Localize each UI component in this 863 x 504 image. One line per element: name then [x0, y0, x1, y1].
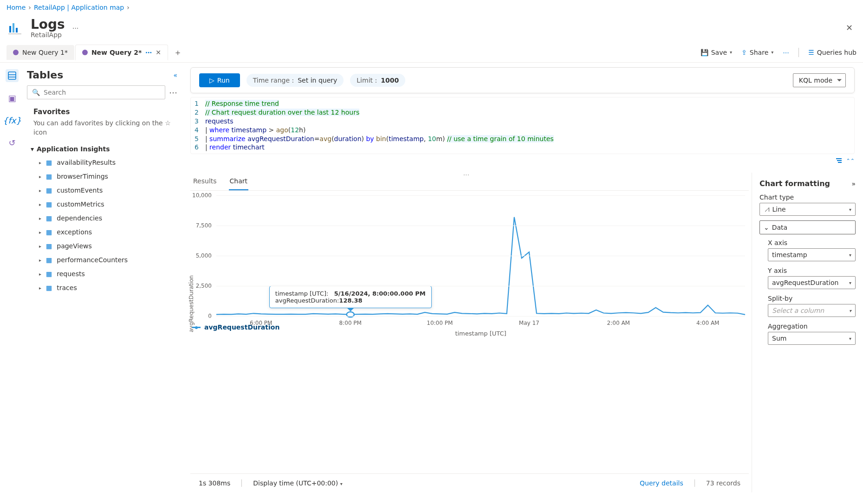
tab-chart[interactable]: Chart [229, 173, 248, 190]
x-axis-label: timestamp [UTC] [455, 316, 506, 337]
time-range-pill[interactable]: Time range : Set in query [247, 74, 344, 87]
tree-item-customEvents[interactable]: ▸▦customEvents [29, 183, 175, 197]
breadcrumb-home[interactable]: Home [6, 4, 26, 11]
tree-group-app-insights[interactable]: ▾ Application Insights [29, 142, 175, 155]
chevron-down-icon: ⌄ [764, 224, 769, 231]
tab-results[interactable]: Results [192, 173, 218, 190]
caret-right-icon: ▸ [39, 174, 41, 179]
caret-right-icon: ▸ [39, 230, 41, 235]
editor-gutter: 123456 [191, 99, 205, 152]
more-icon[interactable]: ⋯ [783, 49, 789, 56]
table-icon: ▦ [46, 270, 52, 278]
resize-grip[interactable]: ⋯ [463, 173, 471, 178]
search-input-wrapper[interactable]: 🔍 [27, 85, 165, 99]
tables-icon[interactable] [6, 69, 19, 82]
run-button[interactable]: ▷ Run [199, 73, 240, 87]
tab-query-1[interactable]: New Query 1* [6, 45, 74, 60]
bulb-icon [13, 50, 19, 55]
aggregation-label: Aggregation [768, 323, 856, 330]
xaxis-label: X axis [768, 239, 856, 246]
save-icon: 💾 [701, 49, 708, 56]
tab-query-2[interactable]: New Query 2* ⋯ ✕ [75, 45, 168, 60]
chart-type-label: Chart type [759, 194, 856, 201]
svg-rect-3 [8, 33, 21, 34]
chevron-down-icon: ▾ [849, 308, 851, 313]
separator [241, 479, 242, 487]
page-subtitle: RetailApp [31, 31, 65, 39]
close-icon[interactable]: ✕ [842, 19, 857, 36]
splitby-select[interactable]: Select a column▾ [768, 304, 856, 317]
more-icon[interactable]: ⋯ [169, 88, 177, 97]
caret-right-icon: ▸ [39, 244, 41, 249]
display-time-selector[interactable]: Display time (UTC+00:00) ▾ [253, 479, 342, 487]
tables-panel: Tables « 🔍 ⋯ Favorites You can add favor… [24, 63, 182, 492]
splitby-label: Split-by [768, 295, 856, 302]
search-icon: 🔍 [32, 89, 40, 96]
caret-right-icon: ▸ [39, 271, 41, 277]
tab-close-icon[interactable]: ✕ [156, 49, 161, 56]
caret-down-icon: ▾ [31, 145, 34, 153]
chart-formatting-title: Chart formatting [759, 179, 830, 188]
add-tab-button[interactable]: ＋ [169, 44, 187, 61]
svg-rect-4 [8, 72, 16, 79]
history-icon[interactable]: ↺ [6, 136, 19, 149]
tree-item-exceptions[interactable]: ▸▦exceptions [29, 225, 175, 239]
tree-item-traces[interactable]: ▸▦traces [29, 281, 175, 295]
folder-icon[interactable]: ▣ [6, 91, 19, 104]
breadcrumb: Home › RetailApp | Application map › [0, 0, 863, 15]
queries-hub-button[interactable]: ☰ Queries hub [808, 49, 857, 56]
chart-type-select[interactable]: ⩘ Line ▾ [759, 203, 856, 216]
svg-rect-2 [16, 28, 18, 32]
tree-item-requests[interactable]: ▸▦requests [29, 267, 175, 281]
elapsed-time: 1s 308ms [199, 479, 230, 487]
query-editor[interactable]: 123456 // Response time trend // Chart r… [190, 97, 855, 154]
table-icon: ▦ [46, 242, 52, 250]
share-button[interactable]: ⇪ Share ▾ [741, 49, 773, 56]
xaxis-select[interactable]: timestamp▾ [768, 248, 856, 261]
aggregation-select[interactable]: Sum▾ [768, 332, 856, 345]
mode-selector[interactable]: KQL mode [793, 73, 846, 87]
chevron-down-icon: ▾ [340, 481, 343, 486]
table-icon: ▦ [46, 200, 52, 208]
functions-icon[interactable]: {fx} [6, 114, 19, 127]
tree-item-performanceCounters[interactable]: ▸▦performanceCounters [29, 253, 175, 267]
save-button[interactable]: 💾 Save ▾ [701, 49, 732, 56]
chart-plot[interactable]: timestamp [UTC]: 5/16/2024, 8:00:00.000 … [216, 195, 745, 316]
play-icon: ▷ [209, 77, 214, 84]
main-content: ▷ Run Time range : Set in query Limit : … [182, 63, 863, 492]
tree-item-customMetrics[interactable]: ▸▦customMetrics [29, 197, 175, 211]
tree-item-availabilityResults[interactable]: ▸▦availabilityResults [29, 155, 175, 169]
separator [694, 479, 695, 487]
tab-label: New Query 1* [22, 49, 68, 56]
page-title: Logs [31, 17, 65, 32]
tab-more-icon[interactable]: ⋯ [145, 49, 152, 56]
tree-item-browserTimings[interactable]: ▸▦browserTimings [29, 169, 175, 183]
editor-options[interactable]: ⌃⌃ [836, 158, 855, 164]
query-details-link[interactable]: Query details [640, 479, 683, 487]
tree-item-pageViews[interactable]: ▸▦pageViews [29, 239, 175, 253]
breadcrumb-appmap[interactable]: RetailApp | Application map [34, 4, 124, 11]
expand-icon: ⌃⌃ [846, 158, 855, 164]
chevron-down-icon: ▾ [849, 336, 851, 341]
svg-rect-0 [9, 26, 11, 32]
limit-pill[interactable]: Limit : 1000 [350, 74, 405, 87]
table-icon: ▦ [46, 256, 52, 264]
chart-formatting-panel: Chart formatting » Chart type ⩘ Line ▾ ⌄… [752, 173, 863, 492]
favorites-heading: Favorites [33, 108, 171, 116]
svg-rect-1 [13, 23, 14, 32]
tree-item-dependencies[interactable]: ▸▦dependencies [29, 211, 175, 225]
tab-label: New Query 2* [91, 49, 142, 56]
table-icon: ▦ [46, 159, 52, 166]
chevron-down-icon: ▾ [849, 280, 851, 285]
collapse-panel-icon[interactable]: » [851, 180, 856, 187]
editor-code[interactable]: // Response time trend // Chart request … [205, 99, 854, 152]
search-input[interactable] [44, 89, 160, 96]
collapse-icon[interactable]: « [173, 71, 177, 79]
data-section-toggle[interactable]: ⌄ Data [759, 220, 856, 234]
yaxis-select[interactable]: avgRequestDuration▾ [768, 276, 856, 289]
chart-tooltip: timestamp [UTC]: 5/16/2024, 8:00:00.000 … [269, 286, 432, 308]
more-icon[interactable]: ⋯ [72, 24, 79, 32]
chevron-down-icon: ▾ [849, 207, 851, 212]
panel-title: Tables [27, 69, 63, 81]
table-icon: ▦ [46, 214, 52, 222]
